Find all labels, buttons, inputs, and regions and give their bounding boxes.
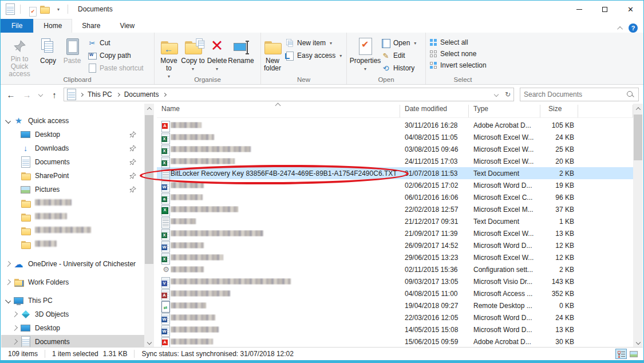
sidebar-item[interactable]: Quick access bbox=[1, 114, 144, 128]
chevron-icon[interactable] bbox=[12, 311, 18, 317]
ribbon-tab[interactable]: Home bbox=[33, 19, 72, 33]
minimize-button[interactable] bbox=[566, 1, 592, 18]
rename-button[interactable]: Rename bbox=[229, 35, 253, 65]
copy-path-button[interactable]: Copy path bbox=[88, 51, 144, 60]
file-row[interactable]: 24/11/2015 17:03 Microsoft Excel W... 20… bbox=[157, 155, 633, 167]
new-folder-button[interactable]: New folder bbox=[263, 35, 282, 72]
move-to-button[interactable]: ← Move to ▾ bbox=[157, 35, 181, 80]
help-button[interactable]: ? bbox=[629, 23, 638, 33]
file-row[interactable]: BitLocker Recovery Key 83856F4B-2474-469… bbox=[157, 167, 633, 179]
sidebar-item[interactable]: Work Folders bbox=[1, 275, 144, 289]
file-row[interactable]: 09/03/2017 13:05 Microsoft Visio Dr... 1… bbox=[157, 275, 633, 287]
scrollbar-thumb[interactable] bbox=[145, 115, 153, 264]
up-button[interactable]: ↑ bbox=[48, 88, 61, 101]
paste-shortcut-button[interactable]: Paste shortcut bbox=[88, 64, 144, 73]
file-row[interactable]: 19/04/2018 09:27 Remote Desktop ... 0 KB bbox=[157, 299, 633, 311]
invert-selection-button[interactable]: Invert selection bbox=[429, 61, 487, 69]
file-row[interactable]: 04/08/2015 11:00 Microsoft Access ... 35… bbox=[157, 287, 633, 299]
copy-button[interactable]: Copy bbox=[36, 35, 60, 65]
file-row[interactable]: 21/09/2017 11:39 Microsoft Excel W... 13… bbox=[157, 227, 633, 239]
sidebar-scrollbar[interactable] bbox=[144, 104, 154, 347]
chevron-icon[interactable] bbox=[5, 298, 11, 303]
close-button[interactable]: ✕ bbox=[618, 1, 643, 18]
chevron-icon[interactable] bbox=[12, 339, 18, 345]
file-row[interactable]: 04/08/2015 11:05 Microsoft Excel W... 24… bbox=[157, 131, 633, 143]
sidebar-item[interactable] bbox=[1, 196, 144, 210]
file-row[interactable]: 14/05/2015 15:08 Microsoft Word D... 13 … bbox=[157, 323, 633, 336]
file-row[interactable]: 30/11/2016 16:28 Adobe Acrobat D... 105 … bbox=[157, 119, 633, 131]
file-row[interactable]: 29/06/2015 13:23 Microsoft Excel W... 12… bbox=[157, 251, 633, 263]
delete-button[interactable]: ✕ Delete ▾ bbox=[205, 35, 229, 73]
breadcrumb-item[interactable]: Documents bbox=[121, 90, 163, 98]
file-row[interactable]: 02/06/2015 17:02 Microsoft Word D... 19 … bbox=[157, 179, 633, 191]
history-button[interactable]: ⟲ History bbox=[381, 64, 416, 73]
sidebar-item[interactable]: Pictures bbox=[1, 183, 144, 196]
file-row[interactable]: 22/03/2016 12:05 Microsoft Word D... 24 … bbox=[157, 311, 633, 323]
breadcrumb-item[interactable]: This PC bbox=[84, 90, 116, 98]
sidebar-item[interactable]: This PC bbox=[1, 294, 144, 307]
column-header-type[interactable]: Type bbox=[469, 105, 540, 117]
chevron-icon[interactable] bbox=[12, 325, 18, 331]
maximize-button[interactable] bbox=[592, 1, 618, 18]
copy-to-button[interactable]: Copy to ▾ bbox=[181, 35, 205, 73]
sidebar-item[interactable]: Documents bbox=[1, 155, 144, 169]
sidebar-item[interactable]: 3D Objects bbox=[1, 307, 144, 321]
file-row[interactable]: 03/08/2015 09:46 Microsoft Excel W... 25… bbox=[157, 143, 633, 155]
forward-button[interactable]: → bbox=[20, 88, 34, 101]
sidebar-item[interactable]: Downloads bbox=[1, 141, 144, 155]
address-box[interactable]: This PC Documents ↻ bbox=[64, 88, 514, 101]
paste-button[interactable]: Paste bbox=[60, 35, 84, 65]
open-button[interactable]: Open ▾ bbox=[381, 38, 416, 48]
sidebar-item[interactable] bbox=[1, 224, 144, 238]
qat-customize-button[interactable]: ▾ bbox=[52, 3, 64, 15]
address-dropdown-button[interactable] bbox=[491, 88, 502, 101]
ribbon-tab[interactable]: View bbox=[110, 19, 144, 33]
sidebar-item[interactable]: OneDrive - University of Chichester bbox=[1, 257, 144, 271]
pin-to-quick-access-button[interactable]: Pin to Quick access bbox=[3, 35, 36, 78]
group-label-organise: Organise bbox=[155, 76, 260, 83]
easy-access-button[interactable]: Easy access ▾ bbox=[285, 51, 342, 60]
file-row[interactable]: 26/09/2017 14:52 Microsoft Word D... 12 … bbox=[157, 239, 633, 251]
ribbon-tab[interactable]: Share bbox=[72, 19, 110, 33]
file-row[interactable]: 21/12/2017 09:31 Text Document 1 KB bbox=[157, 215, 633, 227]
scroll-up-button[interactable] bbox=[144, 104, 154, 113]
details-view-button[interactable] bbox=[615, 349, 627, 359]
new-folder-quick-button[interactable] bbox=[38, 3, 50, 15]
ribbon-tab[interactable]: File bbox=[1, 19, 33, 33]
chevron-icon[interactable] bbox=[5, 279, 11, 285]
sidebar-item-label: OneDrive - University of Chichester bbox=[28, 260, 136, 268]
back-button[interactable]: ← bbox=[4, 88, 18, 101]
select-all-button[interactable]: Select all bbox=[429, 38, 487, 46]
properties-button[interactable]: Properties ▾ bbox=[349, 35, 381, 73]
scrollbar-thumb[interactable] bbox=[634, 115, 642, 160]
column-header-size[interactable]: Size bbox=[540, 105, 578, 117]
chevron-icon[interactable] bbox=[5, 261, 11, 267]
scroll-down-button[interactable] bbox=[633, 337, 643, 347]
access-icon bbox=[161, 289, 171, 298]
sidebar-item[interactable]: Desktop bbox=[1, 128, 144, 141]
search-input[interactable] bbox=[520, 90, 626, 98]
recent-locations-button[interactable] bbox=[36, 88, 45, 101]
chevron-icon[interactable] bbox=[5, 118, 11, 124]
file-row[interactable]: 06/01/2016 16:06 Microsoft Excel C... 96… bbox=[157, 191, 633, 203]
list-scrollbar[interactable] bbox=[633, 104, 643, 347]
file-row[interactable]: 02/11/2015 15:36 Configuration sett... 2… bbox=[157, 263, 633, 275]
sidebar-item[interactable] bbox=[1, 238, 144, 251]
sidebar-item[interactable]: Desktop bbox=[1, 321, 144, 335]
sidebar-item[interactable]: SharePoint bbox=[1, 169, 144, 183]
thumbnails-view-button[interactable] bbox=[628, 349, 639, 359]
sidebar-item[interactable] bbox=[1, 210, 144, 224]
new-item-button[interactable]: New item ▾ bbox=[285, 38, 342, 48]
file-row[interactable]: 22/02/2018 12:57 Microsoft Excel M... 37… bbox=[157, 203, 633, 215]
properties-quick-button[interactable] bbox=[25, 3, 36, 15]
refresh-button[interactable]: ↻ bbox=[502, 88, 513, 101]
scroll-up-button[interactable] bbox=[633, 104, 643, 113]
sidebar-item[interactable]: Documents bbox=[1, 335, 144, 347]
cut-button[interactable]: ✂ Cut bbox=[88, 38, 144, 48]
scroll-down-button[interactable] bbox=[144, 337, 154, 347]
collapse-ribbon-button[interactable] bbox=[617, 26, 623, 31]
file-row[interactable]: 15/06/2015 09:59 Adobe Acrobat D... 30 K… bbox=[157, 336, 633, 348]
select-none-button[interactable]: Select none bbox=[429, 50, 487, 58]
column-header-date-modified[interactable]: Date modified bbox=[400, 105, 469, 117]
edit-button[interactable]: ✎ Edit bbox=[381, 51, 416, 60]
